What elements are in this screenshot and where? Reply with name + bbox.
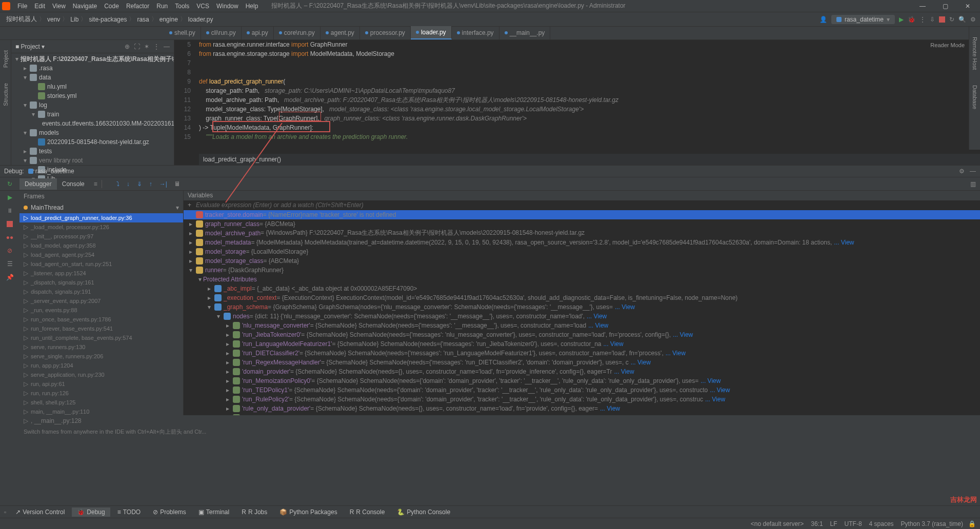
frame-item[interactable]: ▷_dispatch, signals.py:161 (19, 278, 183, 287)
tree-item[interactable]: ▾models (11, 128, 174, 137)
settings-icon[interactable]: ⋮ (153, 43, 159, 50)
more-run-icon[interactable]: ⋮ (919, 16, 926, 23)
structure-tool-tab[interactable]: Structure (3, 83, 9, 106)
evaluate-icon[interactable]: 🖩 (174, 180, 181, 188)
editor-tab[interactable]: shell.py (164, 26, 201, 39)
expand-icon[interactable]: ⛶ (134, 43, 140, 50)
breadcrumb-segment[interactable]: 报时机器人 (4, 15, 39, 24)
stop-button[interactable] (939, 16, 945, 23)
variable-row[interactable]: ▸_execution_context = {ExecutionContext}… (184, 293, 980, 302)
breadcrumb-segment[interactable]: venv (45, 16, 62, 23)
frame-item[interactable]: ▷run, run.py:126 (19, 389, 183, 398)
view-link[interactable]: ... View (673, 331, 693, 338)
view-link[interactable]: ... View (588, 322, 608, 329)
frame-item[interactable]: ▷run_once, base_events.py:1786 (19, 315, 183, 324)
variable-row[interactable]: ▸'nlu_message_converter' = {SchemaNode} … (184, 321, 980, 330)
tree-item[interactable]: ▾log (11, 100, 174, 110)
menu-view[interactable]: View (49, 2, 69, 11)
evaluate-expression-input[interactable]: + Evaluate expression (Enter) or add a w… (184, 200, 980, 210)
variable-row[interactable]: ▸'run_RulePolicy2' = {SchemaNode} Schema… (184, 395, 980, 404)
collapse-icon[interactable]: ✶ (144, 43, 149, 50)
status-item[interactable]: <no default server> (751, 520, 804, 527)
variable-row[interactable]: ▸'run_RegexMessageHandler' = {SchemaNode… (184, 358, 980, 367)
variable-row[interactable]: ▾Protected Attributes (184, 275, 980, 284)
frame-item[interactable]: ▷main, __main__.py:110 (19, 407, 183, 416)
frame-item[interactable]: ▷run_forever, base_events.py:541 (19, 324, 183, 333)
variable-row[interactable]: ▸model_storage = {LocalModelStorage} (184, 247, 980, 256)
variable-row[interactable]: ▸'domain_provider' = {SchemaNode} Schema… (184, 367, 980, 376)
tree-item[interactable]: ▸.rasa (11, 64, 174, 73)
show-tabs-icon[interactable]: ▫ (4, 508, 6, 516)
editor-tab[interactable]: __main__.py (499, 26, 551, 39)
variable-row[interactable]: ▸'run_JiebaTokenizer0' = {SchemaNode} Sc… (184, 330, 980, 339)
console-tab[interactable]: Console (57, 178, 90, 190)
editor-tab[interactable]: core\run.py (274, 26, 321, 39)
frame-item[interactable]: ▷__init__, processor.py:97 (19, 232, 183, 241)
debugger-tab[interactable]: Debugger (19, 178, 57, 190)
editor-tab[interactable]: processor.py (360, 26, 411, 39)
frame-item[interactable]: ▷run_until_complete, base_events.py:574 (19, 333, 183, 342)
view-link[interactable]: ... View (604, 340, 624, 348)
menu-vcs[interactable]: VCS (193, 2, 212, 11)
rerun-icon[interactable]: ↻ (7, 180, 12, 188)
menu-code[interactable]: Code (101, 2, 122, 11)
variable-row[interactable]: ▸_abc_impl = {_abc_data} <_abc_data obje… (184, 284, 980, 293)
tree-item[interactable]: ▾train (11, 110, 174, 119)
frame-item[interactable]: ▷serve, runners.py:130 (19, 342, 183, 352)
frame-item[interactable]: ▷load_model, agent.py:358 (19, 241, 183, 250)
step-over-icon[interactable]: ⤵ (116, 180, 119, 188)
view-link[interactable]: ... View (834, 239, 854, 246)
menu-navigate[interactable]: Navigate (70, 2, 100, 11)
menu-refactor[interactable]: Refactor (123, 2, 152, 11)
view-link[interactable]: ... View (710, 386, 730, 394)
editor[interactable]: Reader Mode ✔ 56789101112131415 from ras… (174, 40, 980, 165)
menu-edit[interactable]: Edit (31, 2, 48, 11)
breadcrumb-segment[interactable]: rasa (135, 16, 151, 23)
tree-item[interactable]: nlu.yml (11, 82, 174, 91)
mute-breakpoints-icon[interactable]: ⊘ (5, 246, 14, 255)
menu-run[interactable]: Run (153, 2, 171, 11)
variable-row[interactable]: tracker_store.domain = {NameError}name '… (184, 210, 980, 219)
view-link[interactable]: ... View (615, 303, 635, 311)
variable-row[interactable]: ▸'run_LanguageModelFeaturizer1' = {Schem… (184, 339, 980, 349)
tool-tab-r-console[interactable]: R R Console (345, 507, 390, 517)
pause-icon[interactable]: ⏸ (5, 206, 14, 215)
view-breakpoints-icon[interactable]: ●● (5, 233, 14, 242)
breadcrumb-segment[interactable]: loader.py (186, 16, 215, 23)
editor-tab[interactable]: cli\run.py (201, 26, 242, 39)
frame-item[interactable]: ▷_load_model, processor.py:126 (19, 222, 183, 232)
tool-tab-version-control[interactable]: ↗ Version Control (10, 507, 70, 517)
database-tab[interactable]: Database (972, 85, 978, 109)
variable-row[interactable]: ▸'run_DIETClassifier2' = {SchemaNode} Sc… (184, 349, 980, 358)
status-item[interactable]: LF (830, 520, 837, 527)
frame-item[interactable]: ▷run, app.py:1204 (19, 361, 183, 370)
user-icon[interactable]: 👤 (819, 16, 827, 23)
settings-icon[interactable]: ⚙ (970, 16, 976, 23)
debug-minimize-icon[interactable]: — (970, 168, 976, 175)
select-opened-icon[interactable]: ⊕ (125, 43, 130, 50)
menu-help[interactable]: Help (243, 2, 262, 11)
menu-tools[interactable]: Tools (172, 2, 192, 11)
editor-tab[interactable]: interface.py (452, 26, 499, 39)
update-icon[interactable]: ↻ (949, 16, 954, 23)
pin-icon[interactable]: 📌 (5, 273, 14, 282)
tree-root[interactable]: ▾报时机器人 F:\20220407_Rasa生态系统\Rasa相关例子\报时机… (11, 54, 174, 64)
tool-tab-problems[interactable]: ⊘ Problems (148, 507, 191, 517)
tree-item[interactable]: ▾venv library root (11, 156, 174, 165)
editor-tab[interactable]: agent.py (321, 26, 360, 39)
menu-file[interactable]: File (14, 2, 30, 11)
view-link[interactable]: ... View (614, 368, 634, 375)
variable-row[interactable]: ▸'rule_only_data_provider' = {SchemaNode… (184, 404, 980, 413)
breadcrumb-segment[interactable]: site-packages (87, 16, 129, 23)
tool-tab-r-jobs[interactable]: R R Jobs (236, 507, 272, 517)
resume-icon[interactable]: ▶ (5, 193, 14, 202)
maximize-button[interactable]: ▢ (935, 2, 955, 11)
variables-tree[interactable]: tracker_store.domain = {NameError}name '… (184, 210, 980, 415)
lock-icon[interactable]: 🔒 (968, 520, 976, 527)
status-item[interactable]: 4 spaces (869, 520, 894, 527)
tool-tab-debug[interactable]: 🐞 Debug (72, 507, 110, 517)
status-item[interactable]: UTF-8 (845, 520, 862, 527)
variable-row[interactable]: ▸graph_runner_class = {ABCMeta} (184, 219, 980, 229)
layout-icon[interactable]: ▥ (970, 180, 976, 188)
breadcrumb-segment[interactable]: engine (157, 16, 180, 23)
